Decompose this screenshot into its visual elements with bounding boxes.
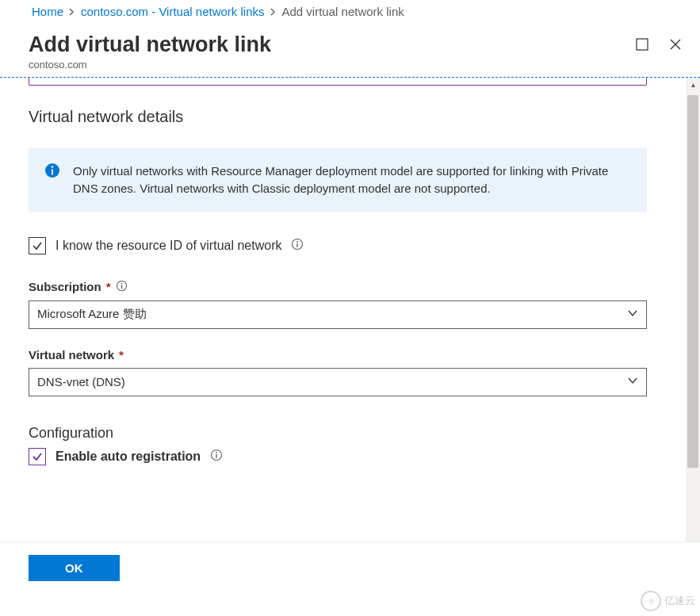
previous-section-border: [29, 78, 647, 86]
chevron-down-icon: [627, 375, 638, 388]
close-icon: [668, 42, 683, 54]
help-icon[interactable]: [210, 449, 223, 465]
info-banner: Only virtual networks with Resource Mana…: [29, 148, 647, 212]
scrollbar-thumb[interactable]: [687, 95, 698, 468]
svg-point-3: [52, 166, 54, 168]
help-icon[interactable]: [291, 238, 304, 254]
breadcrumb-current: Add virtual network link: [282, 5, 404, 18]
scroll-up-icon: ▴: [691, 78, 695, 92]
required-asterisk: *: [119, 348, 124, 362]
checkbox-enable-auto-registration-label: Enable auto registration: [55, 450, 201, 464]
section-vnet-details: Virtual network details: [29, 108, 670, 126]
svg-point-6: [297, 240, 299, 242]
breadcrumb-links-page[interactable]: contoso.com - Virtual network links: [81, 5, 264, 18]
info-icon: [44, 163, 60, 183]
svg-rect-11: [216, 453, 216, 457]
chevron-right-icon: [270, 5, 277, 18]
maximize-button[interactable]: [633, 36, 651, 55]
svg-rect-8: [120, 285, 121, 289]
checkbox-enable-auto-registration[interactable]: [29, 448, 46, 465]
close-button[interactable]: [667, 36, 684, 55]
svg-point-9: [120, 282, 122, 284]
breadcrumb: Home contoso.com - Virtual network links…: [0, 0, 700, 26]
watermark: ✧ 亿速云: [641, 591, 695, 611]
info-banner-text: Only virtual networks with Resource Mana…: [73, 164, 608, 195]
page-subtitle: contoso.com: [29, 59, 271, 71]
chevron-right-icon: [68, 5, 76, 18]
checkbox-know-resource-id-label: I know the resource ID of virtual networ…: [55, 239, 281, 253]
watermark-icon: ✧: [641, 591, 661, 611]
subscription-label: Subscription *: [29, 280, 670, 294]
svg-point-12: [216, 451, 217, 453]
virtual-network-label: Virtual network *: [29, 348, 670, 362]
ok-button[interactable]: OK: [29, 555, 120, 581]
subscription-select[interactable]: Microsoft Azure 赞助: [29, 300, 647, 329]
subscription-select-value: Microsoft Azure 赞助: [37, 307, 147, 322]
breadcrumb-home[interactable]: Home: [32, 5, 63, 18]
svg-rect-0: [637, 39, 648, 50]
maximize-icon: [635, 42, 649, 54]
virtual-network-select-value: DNS-vnet (DNS): [37, 375, 125, 388]
svg-rect-5: [297, 243, 298, 247]
help-icon[interactable]: [116, 280, 128, 294]
virtual-network-select[interactable]: DNS-vnet (DNS): [29, 368, 647, 396]
svg-rect-2: [52, 170, 53, 175]
section-configuration: Configuration: [29, 425, 670, 442]
page-title: Add virtual network link: [29, 33, 271, 57]
checkbox-know-resource-id[interactable]: [29, 237, 46, 254]
scrollbar-vertical[interactable]: ▴: [686, 78, 700, 541]
required-asterisk: *: [106, 280, 111, 293]
chevron-down-icon: [627, 308, 638, 321]
